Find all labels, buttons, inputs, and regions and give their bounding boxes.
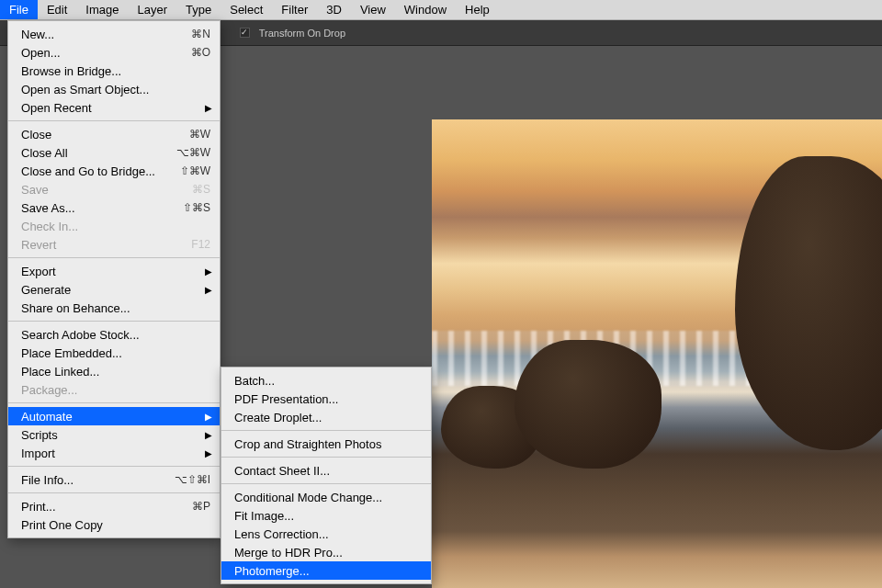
menu-item-label: Conditional Mode Change... xyxy=(234,491,422,504)
menubar-item-file[interactable]: File xyxy=(0,0,38,19)
file-menu-item-import[interactable]: Import▶ xyxy=(8,444,220,462)
chevron-right-icon: ▶ xyxy=(205,412,212,422)
menu-item-label: Fit Image... xyxy=(234,509,422,523)
menu-item-label: Save xyxy=(21,183,192,197)
menu-item-label: Close All xyxy=(21,146,176,160)
menu-item-shortcut: F12 xyxy=(191,238,210,251)
menu-item-label: PDF Presentation... xyxy=(234,392,422,406)
menu-item-label: Revert xyxy=(21,238,191,252)
file-menu-item-place-linked[interactable]: Place Linked... xyxy=(8,362,220,380)
menu-item-label: Lens Correction... xyxy=(234,527,422,541)
file-menu-separator xyxy=(8,257,220,258)
menubar-item-layer[interactable]: Layer xyxy=(129,0,177,19)
menu-item-label: Check In... xyxy=(21,220,210,233)
menu-item-label: Create Droplet... xyxy=(234,411,422,424)
menu-item-label: Crop and Straighten Photos xyxy=(234,437,422,451)
menubar-item-help[interactable]: Help xyxy=(456,0,499,19)
menu-item-shortcut: ⌥⇧⌘I xyxy=(175,473,210,486)
automate-menu-item-contact-sheet-ii[interactable]: Contact Sheet II... xyxy=(221,461,431,480)
file-menu-item-generate[interactable]: Generate▶ xyxy=(8,280,220,299)
file-menu-item-save-as[interactable]: Save As...⇧⌘S xyxy=(8,198,220,217)
file-menu: New...⌘NOpen...⌘OBrowse in Bridge...Open… xyxy=(7,20,220,538)
menubar-item-view[interactable]: View xyxy=(351,0,395,19)
menubar-item-image[interactable]: Image xyxy=(76,0,128,19)
automate-menu-item-batch[interactable]: Batch... xyxy=(221,371,431,390)
automate-menu-item-lens-correction[interactable]: Lens Correction... xyxy=(221,525,431,543)
file-menu-item-share-on-behance[interactable]: Share on Behance... xyxy=(8,299,220,317)
menubar-item-edit[interactable]: Edit xyxy=(38,0,76,19)
canvas-content xyxy=(514,340,662,469)
menu-item-label: New... xyxy=(21,28,191,41)
file-menu-item-save: Save⌘S xyxy=(8,180,220,198)
canvas-content xyxy=(735,156,882,450)
menu-item-label: Import xyxy=(21,447,210,460)
menu-item-label: Save As... xyxy=(21,201,183,215)
automate-menu-item-merge-to-hdr-pro[interactable]: Merge to HDR Pro... xyxy=(221,543,431,561)
menu-item-label: Open as Smart Object... xyxy=(21,83,210,96)
automate-menu-item-conditional-mode-change[interactable]: Conditional Mode Change... xyxy=(221,488,431,506)
file-menu-item-open-recent[interactable]: Open Recent▶ xyxy=(8,98,220,117)
automate-menu-item-fit-image[interactable]: Fit Image... xyxy=(221,506,431,525)
document-canvas[interactable] xyxy=(432,119,882,588)
automate-menu-separator xyxy=(221,483,431,484)
automate-submenu: Batch...PDF Presentation...Create Drople… xyxy=(220,367,432,584)
menu-item-label: Photomerge... xyxy=(234,564,422,578)
file-menu-item-print[interactable]: Print...⌘P xyxy=(8,497,220,515)
file-menu-separator xyxy=(8,466,220,467)
file-menu-item-search-adobe-stock[interactable]: Search Adobe Stock... xyxy=(8,325,220,344)
automate-menu-item-crop-and-straighten-photos[interactable]: Crop and Straighten Photos xyxy=(221,435,431,453)
menu-item-label: Export xyxy=(21,265,210,278)
menu-item-shortcut: ⌘P xyxy=(192,500,210,513)
transform-on-drop-label: Transform On Drop xyxy=(259,28,345,39)
menubar-item-window[interactable]: Window xyxy=(395,0,456,19)
menu-item-label: Search Adobe Stock... xyxy=(21,328,210,342)
menu-item-label: File Info... xyxy=(21,473,175,487)
menubar-item-type[interactable]: Type xyxy=(176,0,220,19)
file-menu-item-scripts[interactable]: Scripts▶ xyxy=(8,425,220,444)
menubar-item-3d[interactable]: 3D xyxy=(317,0,351,19)
file-menu-item-browse-in-bridge[interactable]: Browse in Bridge... xyxy=(8,62,220,80)
file-menu-item-check-in: Check In... xyxy=(8,217,220,235)
menu-item-label: Contact Sheet II... xyxy=(234,464,422,478)
menu-item-shortcut: ⌥⌘W xyxy=(176,146,210,159)
automate-menu-separator xyxy=(221,457,431,458)
chevron-right-icon: ▶ xyxy=(205,430,212,440)
automate-menu-item-pdf-presentation[interactable]: PDF Presentation... xyxy=(221,390,431,408)
chevron-right-icon: ▶ xyxy=(205,103,212,113)
file-menu-separator xyxy=(8,321,220,322)
file-menu-item-automate[interactable]: Automate▶ xyxy=(8,407,220,425)
menu-item-label: Automate xyxy=(21,410,210,424)
menu-item-label: Batch... xyxy=(234,374,422,388)
file-menu-item-open-as-smart-object[interactable]: Open as Smart Object... xyxy=(8,80,220,98)
menubar-item-filter[interactable]: Filter xyxy=(272,0,317,19)
menu-item-label: Print One Copy xyxy=(21,518,210,532)
menubar: FileEditImageLayerTypeSelectFilter3DView… xyxy=(0,0,882,20)
file-menu-item-close[interactable]: Close⌘W xyxy=(8,125,220,143)
automate-menu-item-photomerge[interactable]: Photomerge... xyxy=(221,561,431,580)
file-menu-separator xyxy=(8,402,220,403)
menubar-item-select[interactable]: Select xyxy=(220,0,272,19)
file-menu-item-place-embedded[interactable]: Place Embedded... xyxy=(8,344,220,362)
menu-item-label: Place Embedded... xyxy=(21,346,210,360)
menu-item-label: Place Linked... xyxy=(21,365,210,379)
file-menu-item-print-one-copy[interactable]: Print One Copy xyxy=(8,515,220,534)
file-menu-item-new[interactable]: New...⌘N xyxy=(8,25,220,43)
file-menu-item-close-and-go-to-bridge[interactable]: Close and Go to Bridge...⇧⌘W xyxy=(8,162,220,180)
menu-item-label: Browse in Bridge... xyxy=(21,64,210,78)
menu-item-shortcut: ⌘N xyxy=(191,28,210,40)
menu-item-shortcut: ⇧⌘S xyxy=(183,201,210,214)
file-menu-item-file-info[interactable]: File Info...⌥⇧⌘I xyxy=(8,470,220,489)
transform-on-drop-checkbox[interactable] xyxy=(240,28,250,38)
file-menu-item-export[interactable]: Export▶ xyxy=(8,262,220,280)
file-menu-item-close-all[interactable]: Close All⌥⌘W xyxy=(8,143,220,162)
menu-item-shortcut: ⌘O xyxy=(191,46,210,59)
automate-menu-item-create-droplet[interactable]: Create Droplet... xyxy=(221,408,431,426)
file-menu-item-open[interactable]: Open...⌘O xyxy=(8,43,220,62)
file-menu-separator xyxy=(8,492,220,493)
file-menu-separator xyxy=(8,120,220,121)
chevron-right-icon: ▶ xyxy=(205,285,212,295)
menu-item-label: Package... xyxy=(21,383,210,397)
automate-menu-separator xyxy=(221,430,431,431)
menu-item-label: Generate xyxy=(21,283,210,297)
file-menu-item-package: Package... xyxy=(8,380,220,399)
